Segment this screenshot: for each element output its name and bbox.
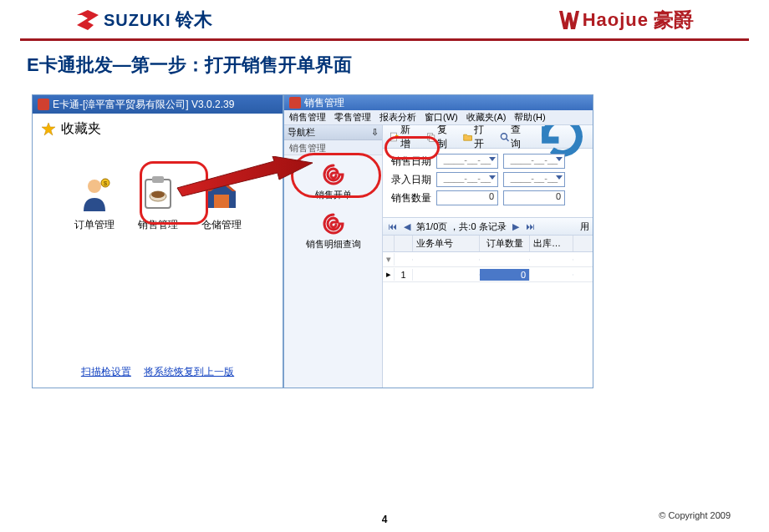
label-qty: 销售数量 [390,191,431,205]
pager-user: 用 [580,220,589,233]
suzuki-text-en: SUZUKI [104,11,171,30]
person-icon: $ [75,175,114,213]
app-main-window: E卡通-[漳平富平贸易有限公司] V3.0.2.39 收藏夹 $ 订单管理 [32,94,283,388]
row-idx: 1 [395,269,413,281]
link-restore-system[interactable]: 将系统恢复到上一版 [144,366,234,377]
grid-header-out[interactable]: 出库… [530,236,573,251]
star-icon [41,122,56,137]
grid-header-selector [383,236,395,251]
link-scan-settings[interactable]: 扫描枪设置 [81,366,131,377]
title-rest: 卡通批发—第一步：打开销售开单界面 [39,54,352,75]
menu-sales[interactable]: 销售管理 [289,111,326,124]
app-icon [38,99,49,110]
module-order-label: 订单管理 [74,218,115,232]
grid-header-no[interactable]: 业务单号 [413,236,480,251]
content-panel: 新增 复制 打开 查询 [383,125,593,388]
e-swirl-icon [321,211,346,236]
haojue-text-en: Haojue [583,9,649,31]
btn-open-label: 打开 [474,125,488,151]
pager-text: 第1/0页 ，共:0 条记录 [416,220,507,233]
module-warehouse-label: 仓储管理 [201,218,242,232]
suzuki-s-icon [75,10,100,30]
haojue-logo: Haojue 豪爵 [559,7,694,33]
window-title-left: E卡通-[漳平富平贸易有限公司] V3.0.2.39 [53,98,234,112]
grid-header-qty[interactable]: 订单数量 [480,236,530,251]
btn-open[interactable]: 打开 [460,125,491,153]
btn-search[interactable]: 查询 [497,125,528,153]
menu-window[interactable]: 窗口(W) [425,111,458,124]
svg-point-0 [88,180,101,193]
sales-mgmt-window: 销售管理 销售管理 零售管理 报表分析 窗口(W) 收藏夹(A) 帮助(H) 导… [283,94,593,388]
menu-favorites[interactable]: 收藏夹(A) [466,111,507,124]
row-marker-icon: ▸ [383,268,395,281]
favorites-bar: 收藏夹 [33,114,283,146]
highlight-nav-open [291,153,381,198]
input-entry-date-to[interactable]: ____-__-__ [503,172,565,187]
copyright: © Copyright 2009 [659,510,731,520]
svg-rect-7 [214,195,229,208]
haojue-text-cn: 豪爵 [654,7,694,33]
btn-search-label: 查询 [511,125,525,151]
table-row[interactable]: ▸ 1 0 [383,267,593,282]
nav-item-detail-label: 销售明细查询 [306,238,361,251]
window-title-right: 销售管理 [304,96,344,110]
filter-icon[interactable]: ▾ [383,253,395,266]
menu-report[interactable]: 报表分析 [379,111,416,124]
app-icon-small [289,97,301,109]
suzuki-text-cn: 铃木 [176,8,212,33]
svg-text:$: $ [103,180,107,187]
page-number: 4 [382,514,388,525]
data-grid: 业务单号 订单数量 出库… ▾ ▸ 1 0 [383,236,593,282]
favorites-label: 收藏夹 [61,120,101,138]
input-sale-date-from[interactable]: ____-__-__ [436,154,498,169]
pager-first-icon[interactable]: ⏮ [386,220,398,232]
menu-retail[interactable]: 零售管理 [334,111,371,124]
title-e: E [27,54,39,75]
input-sale-date-to[interactable]: ____-__-__ [503,154,565,169]
haojue-w-icon [559,11,579,29]
menubar: 销售管理 零售管理 报表分析 窗口(W) 收藏夹(A) 帮助(H) [284,110,593,125]
grid-filter-row: ▾ [383,252,593,267]
folder-open-icon [463,130,472,144]
pager-bar: ⏮ ◀ 第1/0页 ，共:0 条记录 ▶ ⏭ 用 [383,217,593,236]
system-links: 扫描枪设置 将系统恢复到上一版 [33,365,283,379]
menu-help[interactable]: 帮助(H) [514,111,545,124]
screenshot-area: E卡通-[漳平富平贸易有限公司] V3.0.2.39 收藏夹 $ 订单管理 [32,94,593,393]
highlight-sales-module [140,161,208,225]
pin-icon[interactable]: ⇩ [371,127,379,138]
svg-line-12 [507,139,509,141]
input-qty-to[interactable]: 0 [503,190,565,205]
highlight-btn-new [384,136,440,160]
nav-item-sales-detail[interactable]: 销售明细查询 [306,211,361,251]
pager-next-icon[interactable]: ▶ [510,220,522,232]
svg-point-11 [501,133,507,139]
nav-header: 导航栏 ⇩ [284,125,382,140]
input-entry-date-from[interactable]: ____-__-__ [436,172,498,187]
grid-header-idx [395,236,413,251]
nav-header-label: 导航栏 [288,126,315,139]
row-qty: 0 [480,269,530,281]
input-qty-from[interactable]: 0 [436,190,498,205]
slide-title: E卡通批发—第一步：打开销售开单界面 [0,41,769,78]
titlebar-right: 销售管理 [284,95,593,110]
label-entry-date: 录入日期 [390,173,431,187]
suzuki-logo: SUZUKI 铃木 [75,8,212,33]
search-icon [500,130,509,144]
brand-header: SUZUKI 铃木 Haojue 豪爵 [0,0,769,41]
pager-last-icon[interactable]: ⏭ [525,220,537,232]
pager-prev-icon[interactable]: ◀ [401,220,413,232]
titlebar-left: E卡通-[漳平富平贸易有限公司] V3.0.2.39 [33,95,283,114]
module-order[interactable]: $ 订单管理 [74,175,115,232]
